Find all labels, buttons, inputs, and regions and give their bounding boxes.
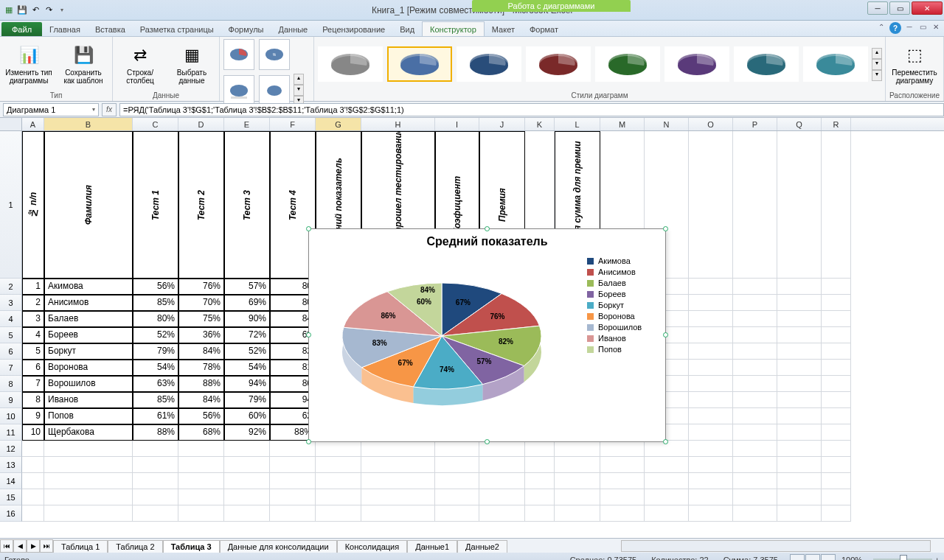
column-header-A[interactable]: A — [22, 118, 44, 130]
cell-P1[interactable] — [733, 131, 777, 279]
pie-data-label[interactable]: 60% — [414, 297, 434, 307]
cell-P14[interactable] — [733, 473, 777, 489]
cell-Q2[interactable] — [777, 279, 822, 295]
redo-icon[interactable]: ↷ — [43, 4, 55, 16]
close-button[interactable]: ✕ — [912, 1, 943, 15]
row-header-10[interactable]: 10 — [0, 408, 22, 424]
cell-O2[interactable] — [689, 279, 733, 295]
cell-Q11[interactable] — [777, 424, 822, 441]
cell-D13[interactable] — [178, 457, 224, 473]
cell-P7[interactable] — [733, 360, 777, 376]
pie-data-label[interactable]: 67% — [454, 298, 473, 307]
tab-formulas[interactable]: Формулы — [221, 22, 271, 36]
resize-handle[interactable] — [485, 226, 490, 231]
tab-review[interactable]: Рецензирование — [315, 22, 392, 36]
cell-L12[interactable] — [555, 441, 600, 457]
cell-B12[interactable] — [44, 441, 133, 457]
cell-O10[interactable] — [689, 408, 733, 424]
zoom-in-button[interactable]: + — [935, 556, 940, 560]
scroll-down-icon[interactable]: ▾ — [872, 59, 882, 70]
cell-O15[interactable] — [689, 489, 733, 505]
legend-item[interactable]: Иванов — [587, 334, 662, 343]
cell-C12[interactable] — [133, 441, 178, 457]
cell-O1[interactable] — [689, 131, 733, 279]
tab-layout[interactable]: Макет — [485, 22, 522, 36]
cell-K14[interactable] — [525, 473, 555, 489]
legend-item[interactable]: Анисимов — [587, 267, 662, 276]
column-header-J[interactable]: J — [479, 118, 525, 130]
chart-layout-2[interactable]: % — [259, 39, 290, 70]
cell-L13[interactable] — [555, 457, 600, 473]
cell-P2[interactable] — [733, 279, 777, 295]
cell-Q16[interactable] — [777, 505, 822, 522]
cell-C6[interactable]: 79% — [133, 343, 178, 360]
column-header-E[interactable]: E — [224, 118, 270, 130]
legend-item[interactable]: Ворошилов — [587, 323, 662, 332]
column-header-I[interactable]: I — [435, 118, 479, 130]
sheet-tab[interactable]: Данные для консолидации — [220, 540, 337, 553]
sheet-nav-first[interactable]: ⏮ — [0, 539, 13, 553]
row-header-11[interactable]: 11 — [0, 424, 22, 441]
row-header-7[interactable]: 7 — [0, 360, 22, 376]
cell-I15[interactable] — [435, 489, 479, 505]
cell-R1[interactable] — [822, 131, 851, 279]
cell-C9[interactable]: 85% — [133, 392, 178, 408]
cell-G14[interactable] — [316, 473, 361, 489]
chart-style-6[interactable] — [664, 46, 729, 82]
save-icon[interactable]: 💾 — [16, 4, 28, 16]
cell-A15[interactable] — [22, 489, 44, 505]
cell-I13[interactable] — [435, 457, 479, 473]
cell-R2[interactable] — [822, 279, 851, 295]
cell-E9[interactable]: 79% — [224, 392, 270, 408]
cell-B1[interactable]: Фамилия — [44, 131, 133, 279]
sheet-tab[interactable]: Консолидация — [337, 540, 408, 553]
cell-R12[interactable] — [822, 441, 851, 457]
cell-R5[interactable] — [822, 327, 851, 343]
cell-K15[interactable] — [525, 489, 555, 505]
resize-handle[interactable] — [306, 439, 311, 444]
cell-P8[interactable] — [733, 376, 777, 392]
cell-N16[interactable] — [645, 505, 689, 522]
file-tab[interactable]: Файл — [1, 22, 42, 36]
cell-R11[interactable] — [822, 424, 851, 441]
row-header-12[interactable]: 12 — [0, 441, 22, 457]
pie-data-label[interactable]: 83% — [370, 338, 389, 348]
legend-item[interactable]: Попов — [587, 345, 662, 354]
cell-P3[interactable] — [733, 295, 777, 311]
cell-C10[interactable]: 61% — [133, 408, 178, 424]
cell-E2[interactable]: 57% — [224, 279, 270, 295]
cell-D10[interactable]: 56% — [178, 408, 224, 424]
cell-D6[interactable]: 84% — [178, 343, 224, 360]
scroll-down-icon[interactable]: ▾ — [294, 85, 304, 96]
fx-button[interactable]: fx — [102, 103, 117, 116]
chart-style-3[interactable] — [457, 46, 521, 82]
column-header-N[interactable]: N — [645, 118, 689, 130]
cell-K13[interactable] — [525, 457, 555, 473]
row-header-8[interactable]: 8 — [0, 376, 22, 392]
cell-D14[interactable] — [178, 473, 224, 489]
cell-N15[interactable] — [645, 489, 689, 505]
cell-A5[interactable]: 4 — [22, 327, 44, 343]
cell-G15[interactable] — [316, 489, 361, 505]
cell-I16[interactable] — [435, 505, 479, 522]
cell-D4[interactable]: 75% — [178, 311, 224, 327]
pie-data-label[interactable]: 86% — [379, 311, 398, 321]
cell-Q4[interactable] — [777, 311, 822, 327]
cell-C13[interactable] — [133, 457, 178, 473]
cell-G12[interactable] — [316, 441, 361, 457]
cell-O12[interactable] — [689, 441, 733, 457]
undo-icon[interactable]: ↶ — [30, 4, 41, 16]
sheet-nav-last[interactable]: ⏭ — [40, 539, 53, 553]
row-header-13[interactable]: 13 — [0, 457, 22, 473]
cell-A12[interactable] — [22, 441, 44, 457]
cell-E14[interactable] — [224, 473, 270, 489]
cell-P9[interactable] — [733, 392, 777, 408]
row-header-9[interactable]: 9 — [0, 392, 22, 408]
sheet-tab[interactable]: Данные2 — [457, 540, 507, 553]
cell-K16[interactable] — [525, 505, 555, 522]
cell-M13[interactable] — [600, 457, 645, 473]
chart-legend[interactable]: АкимоваАнисимовБалаевБореевБоркутВоронов… — [584, 251, 665, 428]
cell-R8[interactable] — [822, 376, 851, 392]
legend-item[interactable]: Боркут — [587, 301, 662, 309]
cell-D5[interactable]: 36% — [178, 327, 224, 343]
